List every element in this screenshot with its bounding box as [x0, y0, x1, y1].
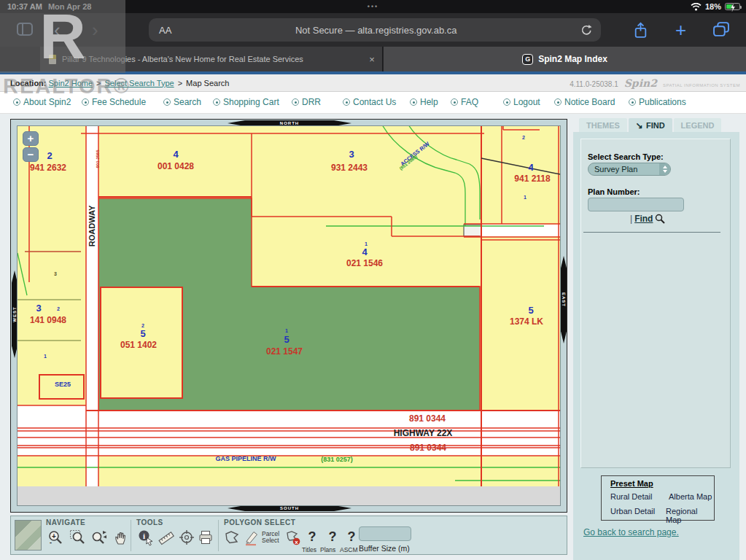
- share-icon[interactable]: [633, 22, 648, 39]
- panel-tab-themes[interactable]: THEMES: [579, 118, 627, 132]
- zoom-in-tool[interactable]: +-: [47, 529, 65, 547]
- breadcrumb: Location: Spin2 Home > Select Search Typ…: [0, 74, 746, 92]
- question-icon: ?: [325, 529, 341, 546]
- nav-item-faq[interactable]: FAQ: [451, 97, 478, 107]
- center-tool[interactable]: [179, 529, 196, 547]
- zoom-window-tool[interactable]: [69, 529, 87, 547]
- nav-bullet-icon: [554, 98, 562, 106]
- identify-tool[interactable]: i: [138, 529, 155, 547]
- page-favicon: [49, 55, 56, 64]
- titles-query-tool-label: Titles: [302, 547, 316, 553]
- panel-tab-legend[interactable]: LEGEND: [674, 118, 722, 132]
- tab-title: Spin2 Map Index: [538, 54, 607, 64]
- magnifier-window-icon: [69, 529, 85, 546]
- nav-item-drr[interactable]: DRR: [292, 97, 321, 107]
- nav-item-logout[interactable]: Logout: [503, 97, 540, 107]
- tab-spin2-map-index[interactable]: G Spin2 Map Index: [384, 47, 746, 71]
- nav-item-contact-us[interactable]: Contact Us: [343, 97, 396, 107]
- parcel-select-tool-label: ParcelSelect: [262, 531, 279, 544]
- plan-number-input[interactable]: [588, 198, 684, 211]
- screen: 10:37 AM Mon Apr 28 ••• 18% ‹ ›: [0, 0, 746, 560]
- zoom-in-button[interactable]: +: [23, 131, 39, 146]
- multitask-handle: •••: [0, 3, 746, 10]
- preset-rural-detail[interactable]: Rural Detail: [610, 492, 652, 501]
- plans-query-tool[interactable]: ?: [325, 529, 342, 547]
- nav-item-about-spin2[interactable]: About Spin2: [13, 97, 71, 107]
- polygon-clear-tool[interactable]: x: [285, 529, 303, 547]
- map-label-1374-lk: 1374 LK: [510, 316, 543, 327]
- nav-item-fee-schedule[interactable]: Fee Schedule: [82, 97, 146, 107]
- charging-bolt-icon: [730, 3, 736, 12]
- back-to-search-link[interactable]: Go back to search page.: [583, 527, 679, 537]
- search-type-label: Select Search Type:: [588, 152, 664, 161]
- zoom-extent-tool[interactable]: [91, 529, 109, 547]
- ascm-query-tool[interactable]: ?: [343, 529, 361, 547]
- buffer-size-input[interactable]: [359, 526, 411, 541]
- map-label-5: 5: [284, 334, 289, 345]
- map-label-1: 1: [44, 354, 47, 359]
- nav-bullet-icon: [503, 98, 510, 106]
- preset-regional-map[interactable]: Regional Map: [666, 507, 714, 524]
- parcel-select-tool[interactable]: [244, 529, 262, 547]
- marker-pen-icon: [244, 529, 260, 546]
- preset-urban-detail[interactable]: Urban Detail: [610, 507, 655, 516]
- breadcrumb-home-link[interactable]: Spin2 Home: [49, 79, 93, 88]
- compass-north: NORTH: [228, 120, 351, 126]
- back-button[interactable]: ‹: [54, 22, 61, 38]
- new-tab-icon[interactable]: +: [675, 19, 686, 42]
- address-bar[interactable]: AA Not Secure — alta.registries.gov.ab.c…: [149, 18, 601, 42]
- map-label--831-0257-: (831 0257): [321, 456, 353, 463]
- parcel-map: [18, 126, 560, 505]
- close-tab-icon[interactable]: ×: [362, 54, 382, 65]
- buffer-size-label: Buffer Size (m): [359, 544, 410, 553]
- find-button[interactable]: | Find: [630, 214, 665, 224]
- preset-alberta-map[interactable]: Alberta Map: [669, 492, 712, 501]
- nav-bullet-icon: [451, 98, 458, 106]
- titles-query-tool[interactable]: ?: [304, 529, 322, 547]
- tabs-overview-icon[interactable]: [713, 22, 729, 37]
- nav-item-publications[interactable]: Publications: [629, 97, 686, 107]
- breadcrumb-current: Map Search: [186, 79, 229, 88]
- breadcrumb-search-type-link[interactable]: Select Search Type: [104, 79, 174, 88]
- pan-tool[interactable]: [113, 529, 131, 547]
- map-label-3: 3: [36, 303, 41, 314]
- map-canvas[interactable]: 2941 2632ROADWAY901 25654001 04283931 24…: [18, 126, 560, 505]
- polygon-draw-tool[interactable]: [224, 529, 241, 547]
- nav-item-search[interactable]: Search: [163, 97, 201, 107]
- nav-item-shopping-cart[interactable]: Shopping Cart: [213, 97, 279, 107]
- forward-button[interactable]: ›: [92, 22, 98, 38]
- search-icon: [655, 214, 665, 224]
- hand-icon: [113, 529, 129, 546]
- map-label-2: 2: [141, 323, 144, 328]
- print-tool[interactable]: [198, 529, 215, 547]
- sidebar-icon[interactable]: [16, 22, 34, 36]
- nav-item-notice-board[interactable]: Notice Board: [554, 97, 615, 107]
- reload-icon[interactable]: [580, 24, 592, 36]
- nav-item-help[interactable]: Help: [410, 97, 438, 107]
- preset-map-title: Preset Map: [610, 479, 653, 488]
- reader-button[interactable]: AA: [159, 25, 171, 36]
- nav-bullet-icon: [213, 98, 220, 106]
- overview-thumbnail[interactable]: [15, 520, 42, 551]
- location-label: Location:: [10, 79, 47, 88]
- nav-bullet-icon: [343, 98, 350, 106]
- map-label-2: 2: [522, 135, 525, 140]
- map-label-roadway: ROADWAY: [88, 206, 96, 246]
- map-label-001-0428: 001 0428: [158, 161, 194, 171]
- map-label-4: 4: [362, 246, 367, 257]
- search-type-select[interactable]: Survey Plan: [588, 163, 671, 176]
- zoom-out-button[interactable]: −: [23, 147, 39, 162]
- map-label-891-0344: 891 0344: [409, 413, 446, 424]
- question-icon: ?: [343, 529, 360, 546]
- map-label-901-2565: 901 2565: [96, 149, 100, 168]
- map-label-021-1547: 021 1547: [266, 346, 303, 357]
- tab-pillar9[interactable]: Pillar 9 Technologies - Alberta's New Ho…: [40, 47, 383, 71]
- nav-bullet-icon: [292, 98, 299, 106]
- map-label-941-2632: 941 2632: [30, 163, 66, 173]
- measure-tool[interactable]: [158, 529, 176, 547]
- toolbar-section-navigate: NAVIGATE: [46, 518, 85, 526]
- panel-tab-find[interactable]: ↘FIND: [629, 118, 672, 132]
- question-icon: ?: [304, 529, 320, 546]
- battery-icon: [725, 3, 740, 10]
- map-label-2: 2: [47, 150, 52, 161]
